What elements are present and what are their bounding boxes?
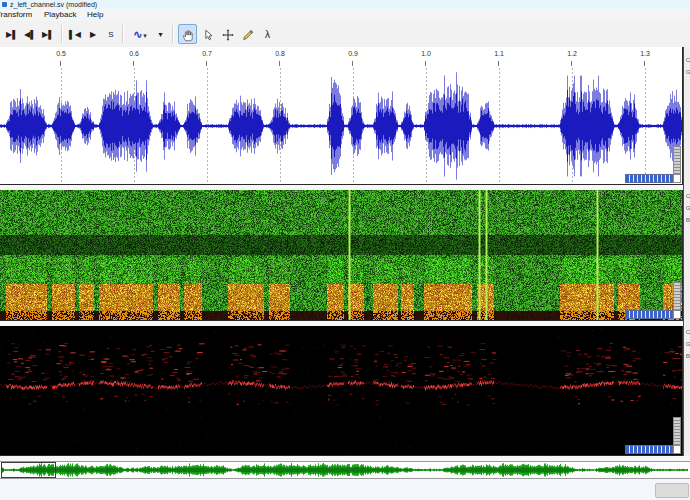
property-label: B [686,217,690,224]
draw-tool-button[interactable] [238,24,257,44]
menu-item-playback[interactable]: Playback [42,9,78,21]
ruler-tick: 1.3 [635,50,655,68]
horizontal-zoom-thumbwheel[interactable] [625,310,673,319]
spectral-trace-canvas[interactable] [0,326,682,455]
ruler-tick: 1.1 [489,50,509,68]
zoom-reset-button[interactable] [673,310,681,319]
toolbar: ▶▌ ◀▌ ▶▌ ▌◀ ▶ S ∿▾ ▾ λ [0,21,690,48]
hand-icon [181,28,195,42]
cursor-icon [201,28,215,42]
zoom-reset-button[interactable] [673,445,681,454]
property-label: G [686,205,690,212]
pane-spectral-trace [0,326,683,456]
fast-forward-button[interactable]: ▶▌ [39,24,57,44]
property-label: G [686,341,690,348]
toolbar-separator [61,25,62,43]
ruler-tick: 0.5 [51,50,71,68]
solo-button[interactable]: S [102,24,120,44]
play-pause-button[interactable]: ▶▌ [3,24,21,44]
ruler-tick: 1.0 [416,50,436,68]
spectrogram-canvas[interactable] [0,190,682,320]
overview-timeline [0,461,690,479]
zoom-reset-button[interactable] [673,174,681,183]
menu-item-help[interactable]: Help [85,9,105,21]
navigate-tool-button[interactable] [178,24,197,44]
property-label: C [686,57,690,64]
time-ruler[interactable]: 0.5 0.6 0.7 0.8 0.9 1.0 1.1 1.2 1.3 [0,47,682,68]
horizontal-zoom-thumbwheel[interactable] [625,174,673,183]
app-icon [2,2,7,7]
vertical-zoom-thumbwheel[interactable] [673,282,681,310]
ruler-tick: 0.9 [343,50,363,68]
vertical-zoom-thumbwheel[interactable] [673,146,681,174]
play-button[interactable]: ▶ [84,24,102,44]
select-tool-button[interactable] [198,24,217,44]
property-label: C [686,329,690,336]
skip-to-start-button[interactable]: ▌◀ [66,24,84,44]
corner-panel [655,483,689,498]
layer-dropdown-button[interactable]: ▾ [154,24,167,44]
measure-tool-button[interactable]: λ [258,24,277,44]
horizontal-zoom-thumbwheel[interactable] [625,445,673,454]
pane-waveform: 0.5 0.6 0.7 0.8 0.9 1.0 1.1 1.2 1.3 [0,47,683,185]
overview-canvas[interactable] [0,462,690,478]
window-title: z_left_channel.sv (modified) [10,0,97,9]
toolbar-separator [122,25,123,43]
ruler-tick: 0.6 [124,50,144,68]
property-panel-clipped: C G C G B C G B [683,47,690,456]
rewind-button[interactable]: ◀▌ [21,24,39,44]
vertical-zoom-thumbwheel[interactable] [673,417,681,445]
property-label: B [686,353,690,360]
waveform-layer-icon: ∿ [133,28,142,40]
pencil-icon [241,28,255,42]
waveform-layer-button[interactable]: ∿▾ [128,24,152,44]
menu-item-transform[interactable]: Transform [0,9,34,21]
waveform-canvas[interactable] [0,68,682,184]
bottom-bar [0,479,690,500]
property-label: C [686,193,690,200]
ruler-tick: 1.2 [562,50,582,68]
ruler-tick: 0.8 [270,50,290,68]
toolbar-separator [172,25,173,43]
ruler-tick: 0.7 [197,50,217,68]
pane-spectrogram [0,190,683,321]
chevron-down-icon: ▾ [143,32,147,39]
menu-bar: Transform Playback Help [0,9,690,21]
move-cross-icon [221,28,235,42]
edit-tool-button[interactable] [218,24,237,44]
title-bar: z_left_channel.sv (modified) [0,0,690,9]
property-label: G [686,69,690,76]
